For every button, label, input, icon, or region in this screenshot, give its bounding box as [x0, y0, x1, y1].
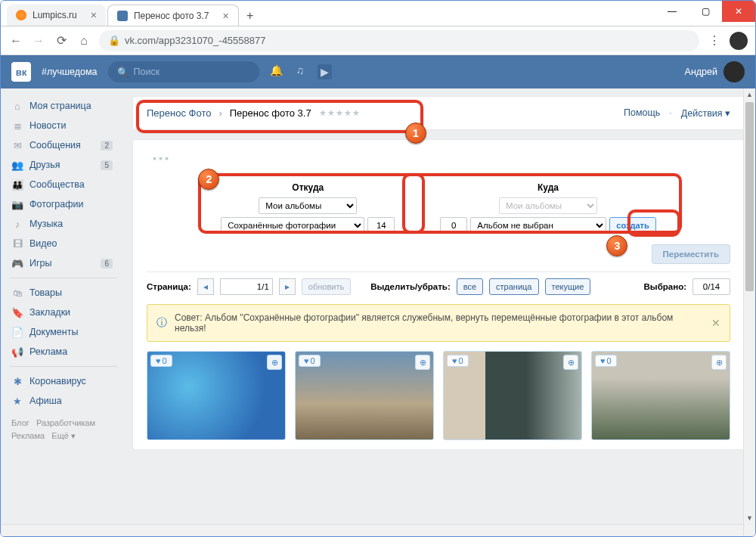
breadcrumb-card: Перенос Фото › Перенос фото 3.7 ★★★★★ По…: [132, 96, 745, 130]
page-next-button[interactable]: ▸: [279, 278, 296, 295]
to-title: Куда: [440, 182, 655, 193]
app-card: ▪▪▪ Откуда Мои альбомы Сохранённые фотог…: [132, 139, 745, 450]
sidebar-item-friends[interactable]: 👥Друзья5: [7, 155, 125, 175]
sidebar-item-video[interactable]: 🎞Видео: [7, 234, 125, 253]
horizontal-scrollbar[interactable]: [1, 524, 743, 536]
sidebar-item-afisha[interactable]: ★Афиша: [7, 391, 125, 411]
sidebar-item-market[interactable]: 🛍Товары: [7, 283, 125, 303]
browser-tab-app[interactable]: Перенос фото 3.7 ×: [107, 5, 239, 26]
tip-box: ⓘ Совет: Альбом "Сохранённые фотографии"…: [147, 304, 730, 342]
zoom-icon[interactable]: ⊕: [563, 355, 578, 370]
chosen-count: 0/14: [692, 278, 730, 295]
url-field[interactable]: 🔒 vk.com/app3231070_-45558877: [99, 30, 699, 51]
to-count: 0: [440, 217, 467, 234]
scroll-up-icon[interactable]: ▲: [744, 88, 755, 101]
zoom-icon[interactable]: ⊕: [267, 355, 282, 370]
photo-thumbnail[interactable]: ♥0 ⊕: [591, 351, 730, 440]
nav-home-icon[interactable]: ⌂: [76, 34, 91, 48]
music-icon[interactable]: ♫: [296, 64, 305, 79]
from-scope-select[interactable]: Мои альбомы: [259, 197, 357, 214]
page-input[interactable]: [220, 278, 273, 295]
window-close-button[interactable]: ✕: [722, 1, 755, 22]
photo-thumbnail[interactable]: ♥0 ⊕: [147, 351, 286, 440]
heart-icon: ♥: [156, 356, 161, 365]
rating-stars[interactable]: ★★★★★: [319, 108, 361, 118]
help-link[interactable]: Помощь: [624, 107, 660, 119]
nav-back-icon[interactable]: ←: [8, 34, 23, 48]
chosen-label: Выбрано:: [644, 282, 686, 291]
sidebar-item-music[interactable]: ♪Музыка: [7, 214, 125, 234]
toolbar: Страница: ◂ ▸ обновить Выделить/убрать: …: [147, 272, 730, 295]
url-text: vk.com/app3231070_-45558877: [125, 35, 265, 46]
like-badge[interactable]: ♥0: [595, 355, 617, 367]
vk-search-input[interactable]: 🔍 Поиск: [108, 61, 259, 82]
tab-label: Перенос фото 3.7: [134, 11, 209, 21]
sidebar-item-games[interactable]: 🎮Игры6: [7, 253, 125, 273]
from-count: 14: [367, 217, 395, 234]
bell-icon[interactable]: 🔔: [270, 64, 283, 79]
favicon-lumpics: [16, 10, 26, 20]
vk-header: вк #лучшедома 🔍 Поиск 🔔 ♫ ▶ Андрей: [1, 55, 755, 88]
sidebar-item-communities[interactable]: 👪Сообщества: [7, 175, 125, 194]
sidebar-item-documents[interactable]: 📄Документы: [7, 322, 125, 342]
to-album-select[interactable]: Альбом не выбран: [470, 217, 606, 234]
new-tab-button[interactable]: +: [240, 6, 260, 26]
sidebar-item-ads[interactable]: 📢Реклама: [7, 342, 125, 362]
close-tab-icon[interactable]: ×: [91, 9, 97, 21]
like-badge[interactable]: ♥0: [150, 355, 172, 367]
breadcrumb-root[interactable]: Перенос Фото: [147, 107, 211, 119]
create-album-button[interactable]: создать: [609, 217, 655, 234]
user-name: Андрей: [685, 67, 717, 77]
scroll-down-icon[interactable]: ▼: [744, 512, 755, 524]
play-icon[interactable]: ▶: [318, 64, 332, 79]
zoom-icon[interactable]: ⊕: [415, 355, 430, 370]
sidebar-footer: Блог Разработчикам Реклама Ещё ▾: [7, 411, 125, 448]
like-badge[interactable]: ♥0: [447, 355, 469, 367]
to-column: Куда Мои альбомы 0 Альбом не выбран созд…: [440, 182, 655, 237]
search-placeholder: Поиск: [134, 67, 160, 77]
vk-hashtag[interactable]: #лучшедома: [42, 67, 98, 77]
page-prev-button[interactable]: ◂: [197, 278, 214, 295]
page-label: Страница:: [147, 282, 191, 291]
sidebar-item-photos[interactable]: 📷Фотографии: [7, 194, 125, 214]
zoom-icon[interactable]: ⊕: [711, 355, 727, 370]
lock-icon: 🔒: [108, 35, 120, 46]
browser-profile-avatar[interactable]: [730, 32, 748, 50]
tip-close-button[interactable]: ✕: [711, 317, 720, 329]
browser-menu-icon[interactable]: ⋮: [707, 33, 722, 48]
select-current-button[interactable]: текущие: [545, 278, 591, 295]
photo-thumbnail[interactable]: ♥0 ⊕: [295, 351, 434, 440]
from-album-select[interactable]: Сохранённые фотографии: [221, 217, 364, 234]
vk-user-menu[interactable]: Андрей: [685, 61, 745, 82]
annotation-marker-2: 2: [198, 169, 219, 190]
sidebar-item-messages[interactable]: ✉Сообщения2: [7, 135, 125, 155]
window-minimize-button[interactable]: —: [655, 1, 689, 22]
from-title: Откуда: [221, 182, 395, 193]
vk-logo[interactable]: вк: [11, 62, 31, 82]
tip-text: Совет: Альбом "Сохранённые фотографии" я…: [175, 312, 704, 334]
sidebar-item-bookmarks[interactable]: 🔖Закладки: [7, 303, 125, 322]
nav-forward-icon[interactable]: →: [31, 34, 46, 48]
actions-dropdown[interactable]: Действия ▾: [681, 107, 730, 119]
tab-label: Lumpics.ru: [33, 10, 77, 20]
select-page-button[interactable]: страница: [489, 278, 538, 295]
from-column: Откуда Мои альбомы Сохранённые фотографи…: [221, 182, 395, 237]
close-tab-icon[interactable]: ×: [223, 10, 229, 22]
sidebar-item-news[interactable]: ≣Новости: [7, 116, 125, 135]
nav-reload-icon[interactable]: ⟳: [54, 33, 69, 48]
photo-thumbnail[interactable]: ♥0 ⊕: [443, 351, 582, 440]
sidebar-item-profile[interactable]: ⌂Моя страница: [7, 96, 125, 116]
browser-tab-lumpics[interactable]: Lumpics.ru ×: [7, 5, 106, 26]
favicon-vk: [117, 11, 128, 21]
sidebar-item-covid[interactable]: ✱Коронавирус: [7, 371, 125, 391]
move-button[interactable]: Переместить: [652, 244, 730, 264]
refresh-button[interactable]: обновить: [302, 278, 351, 295]
select-all-button[interactable]: все: [457, 278, 483, 295]
heart-icon: ♥: [452, 356, 457, 365]
loading-indicator: ▪▪▪: [153, 152, 730, 164]
window-maximize-button[interactable]: ▢: [689, 1, 722, 22]
like-badge[interactable]: ♥0: [299, 355, 321, 367]
scrollbar-thumb[interactable]: [745, 102, 754, 291]
breadcrumb-separator: ›: [218, 107, 222, 119]
vertical-scrollbar[interactable]: ▲ ▼: [743, 88, 755, 536]
